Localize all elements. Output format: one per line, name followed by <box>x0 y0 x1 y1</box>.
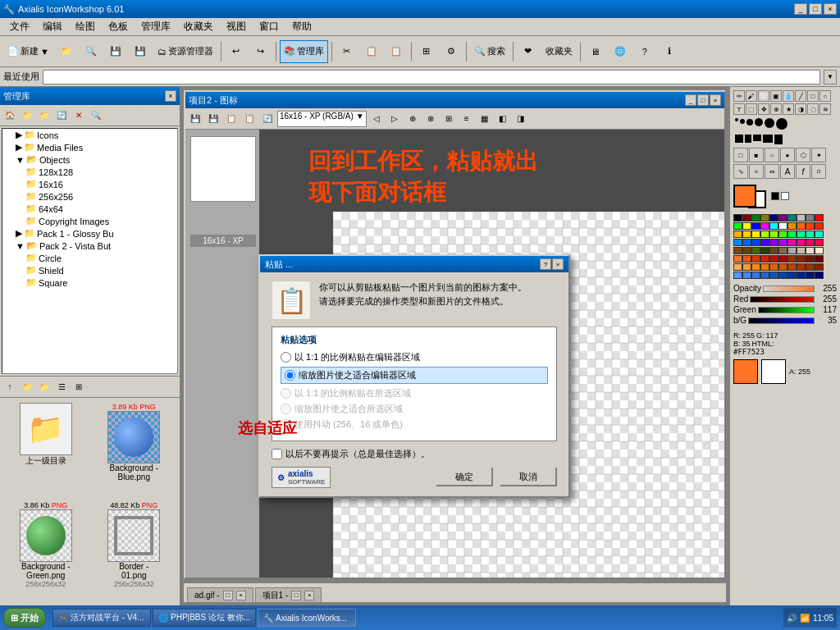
radio-input-3 <box>281 388 291 399</box>
radio-label-3: 以 1:1 的比例粘贴在所选区域 <box>294 387 411 399</box>
taskbar-item-1[interactable]: 🌐 PHP|BBS 论坛 教你... <box>153 609 256 627</box>
no-prompt-label: 以后不要再提示（总是最佳选择）。 <box>285 448 430 460</box>
paste-dialog: 粘贴 ... ? × 📋 你可以从剪贴板粘贴一个图片到当前的图标方案中。 请选择… <box>258 254 570 498</box>
dialog-title-text: 粘贴 ... <box>265 258 293 271</box>
taskbar-icon-2: 🔧 <box>263 614 273 623</box>
radio-opt3: 以 1:1 的比例粘贴在所选区域 <box>281 387 548 399</box>
radio-opt5: 使用抖动 (256、16 或单色) <box>281 418 548 431</box>
radio-opt2-selected: 缩放图片使之适合编辑器区域 <box>281 367 548 384</box>
paste-options-group: 粘贴选项 以 1:1 的比例粘贴在编辑器区域 缩放图片使之适合编辑器区域 以 1… <box>272 326 557 441</box>
radio-label-1: 以 1:1 的比例粘贴在编辑器区域 <box>294 351 420 363</box>
dialog-title-bar: 粘贴 ... ? × <box>260 256 568 272</box>
taskbar-tray: 🔊 📶 11:05 <box>783 608 837 628</box>
windows-start-icon: ⊞ <box>11 613 18 623</box>
dialog-title-controls: ? × <box>540 258 564 270</box>
radio-label-5: 使用抖动 (256、16 或单色) <box>294 418 403 431</box>
taskbar-label-0: 活方对战平台 - V4... <box>71 612 144 623</box>
dialog-body: 📋 你可以从剪贴板粘贴一个图片到当前的图标方案中。 请选择要完成的操作类型和新图… <box>260 272 568 496</box>
taskbar-icon-1: 🌐 <box>158 614 168 623</box>
no-prompt-checkbox[interactable] <box>272 449 282 459</box>
dialog-icon: 📋 <box>272 281 311 320</box>
taskbar: ⊞ 开始 🎮 活方对战平台 - V4... 🌐 PHP|BBS 论坛 教你...… <box>0 605 840 630</box>
dialog-help-button[interactable]: ? <box>540 258 551 270</box>
dialog-buttons: ⚙ axialis SOFTWARE 确定 取消 <box>272 467 557 488</box>
radio-input-2[interactable] <box>285 370 295 381</box>
taskbar-item-2[interactable]: 🔧 Axialis IconWorks... <box>258 609 356 627</box>
axialis-icon: ⚙ <box>277 473 285 482</box>
taskbar-label-2: Axialis IconWorks... <box>276 614 347 623</box>
axialis-sub: SOFTWARE <box>288 478 325 486</box>
taskbar-item-0[interactable]: 🎮 活方对战平台 - V4... <box>52 609 151 627</box>
dialog-desc-1: 你可以从剪贴板粘贴一个图片到当前的图标方案中。 <box>319 281 527 294</box>
no-prompt-checkbox-row: 以后不要再提示（总是最佳选择）。 <box>272 448 557 460</box>
tray-icon-1: 🔊 <box>787 614 797 623</box>
radio-label-2: 缩放图片使之适合编辑器区域 <box>299 369 416 381</box>
time-display: 11:05 <box>813 614 833 623</box>
dialog-close-button[interactable]: × <box>552 258 564 270</box>
taskbar-label-1: PHP|BBS 论坛 教你... <box>171 612 250 623</box>
radio-input-4 <box>281 404 291 414</box>
group-title: 粘贴选项 <box>281 334 548 346</box>
cancel-button[interactable]: 取消 <box>500 467 557 486</box>
radio-input-5 <box>281 419 291 430</box>
paste-icon-large: 📋 <box>276 286 307 315</box>
start-label: 开始 <box>21 612 39 624</box>
start-button[interactable]: ⊞ 开始 <box>3 608 46 628</box>
dialog-desc-2: 请选择要完成的操作类型和新图片的文件格式。 <box>319 294 527 308</box>
radio-opt4: 缩放图片使之适合所选区域 <box>281 403 548 415</box>
time-value: 11:05 <box>813 614 833 623</box>
axialis-name: axialis <box>288 469 325 478</box>
axialis-logo: ⚙ axialis SOFTWARE <box>272 467 331 488</box>
axialis-logo-area: ⚙ axialis SOFTWARE <box>272 467 331 488</box>
dialog-header: 📋 你可以从剪贴板粘贴一个图片到当前的图标方案中。 请选择要完成的操作类型和新图… <box>272 281 557 320</box>
ok-button[interactable]: 确定 <box>436 467 493 486</box>
tray-icon-2: 📶 <box>800 614 810 623</box>
radio-label-4: 缩放图片使之适合所选区域 <box>294 403 403 415</box>
dialog-overlay: 粘贴 ... ? × 📋 你可以从剪贴板粘贴一个图片到当前的图标方案中。 请选择… <box>0 0 840 630</box>
logo-text: axialis SOFTWARE <box>288 469 325 486</box>
taskbar-icon-0: 🎮 <box>58 614 68 623</box>
radio-opt1: 以 1:1 的比例粘贴在编辑器区域 <box>281 351 548 363</box>
radio-input-1[interactable] <box>281 352 291 363</box>
dialog-description: 你可以从剪贴板粘贴一个图片到当前的图标方案中。 请选择要完成的操作类型和新图片的… <box>319 281 527 308</box>
